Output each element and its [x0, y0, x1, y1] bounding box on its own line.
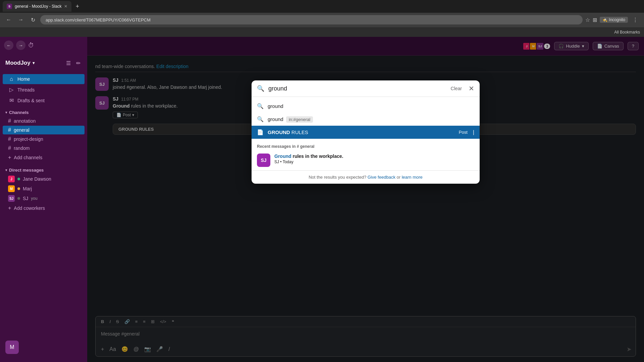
main-content: J M SJ 3 🎧 Huddle ▾ 📄 Canvas ? — [87, 37, 644, 362]
address-bar[interactable]: app.slack.com/client/T067MEBPPUY/C066VGT… — [40, 15, 583, 24]
filter-button[interactable]: ☰ — [65, 59, 72, 68]
incognito-icon: 🕵 — [602, 17, 607, 22]
close-tab-icon[interactable]: ✕ — [64, 4, 67, 9]
forward-arrow-button[interactable]: → — [16, 41, 25, 50]
suggestion-ground-in-general[interactable]: 🔍 ground in:#general — [252, 113, 480, 126]
cursor-indicator: | — [473, 129, 474, 135]
tab-title: general - MoodJoy - Slack — [15, 4, 61, 9]
search-result-1[interactable]: SJ Ground rules in the workplace. SJ • T… — [252, 150, 480, 170]
marj-avatar: M — [8, 185, 15, 192]
workspace-chevron-icon: ▾ — [33, 61, 35, 65]
compose-button[interactable]: ✏ — [75, 59, 82, 68]
or-text: or — [397, 175, 402, 180]
drafts-icon: ✉ — [8, 97, 15, 104]
sidebar-bottom: M — [0, 338, 87, 357]
incognito-label: Incognito — [609, 17, 625, 22]
bookmark-icon[interactable]: ☆ — [585, 17, 590, 23]
jane-name: Jane Dawson — [23, 176, 51, 182]
in-general-tag: in:#general — [286, 116, 313, 123]
channel-project-design-label: project-design — [14, 136, 43, 142]
channel-project-design[interactable]: # project-design — [3, 135, 85, 143]
search-input[interactable] — [268, 85, 444, 92]
sidebar-header-icons: ☰ ✏ — [65, 59, 82, 68]
sj-name: SJ — [23, 196, 28, 201]
search-footer: Not the results you expected? Give feedb… — [252, 170, 480, 184]
back-button[interactable]: ← — [4, 15, 13, 24]
search-overlay: 🔍 Clear ✕ 🔍 ground 🔍 ground in:#general — [252, 80, 480, 184]
sidebar-top-nav: ← → ⏱ — [0, 37, 87, 54]
suggestion-ground-rules-text: GROUND RULES — [268, 129, 308, 135]
slack-favicon: S — [7, 4, 12, 9]
result-date-1: Today — [283, 160, 293, 164]
sidebar-nav: ⌂ Home ▷ Threads ✉ Drafts & sent — [0, 72, 87, 107]
workspace-name[interactable]: MoodJoy ▾ — [5, 60, 35, 66]
dm-jane[interactable]: J Jane Dawson — [3, 174, 85, 184]
dm-arrow-icon: ▾ — [5, 168, 7, 172]
channels-section-header[interactable]: ▾ Channels — [0, 107, 87, 116]
jane-status-dot — [17, 178, 20, 180]
sidebar-item-home[interactable]: ⌂ Home — [3, 74, 85, 84]
user-avatar[interactable]: M — [5, 341, 19, 354]
sidebar-item-drafts[interactable]: ✉ Drafts & sent — [3, 95, 85, 106]
suggestion-ground-bold: GROUND — [268, 129, 290, 135]
bookmarks-label: All Bookmarks — [614, 30, 640, 35]
user-avatar-initials: M — [10, 344, 14, 350]
add-channels-item[interactable]: + Add channels — [3, 153, 85, 162]
learn-more-link[interactable]: learn more — [402, 175, 423, 180]
dm-section-header[interactable]: ▾ Direct messages — [0, 165, 87, 174]
channel-annotation-label: annotation — [14, 118, 36, 124]
hash-icon: # — [8, 118, 11, 124]
result-dot-1: • — [280, 160, 282, 164]
plus-icon: + — [8, 155, 11, 161]
drafts-label: Drafts & sent — [17, 98, 45, 103]
browser-chrome: S general - MoodJoy - Slack ✕ + ← → ↻ ap… — [0, 0, 644, 37]
post-type-label: Post — [459, 130, 468, 135]
marj-name: Marj — [23, 186, 32, 191]
sj-avatar: SJ — [8, 195, 15, 202]
channel-random-label: random — [14, 145, 30, 151]
refresh-button[interactable]: ↻ — [28, 15, 38, 24]
suggestion-text-2: ground in:#general — [268, 116, 313, 122]
workspace-name-text: MoodJoy — [5, 60, 31, 66]
app-container: ← → ⏱ MoodJoy ▾ ☰ ✏ ⌂ Home ▷ Threads — [0, 37, 644, 362]
threads-icon: ▷ — [8, 86, 15, 93]
suggestion-doc-icon: 📄 — [257, 129, 264, 135]
forward-button[interactable]: → — [16, 15, 25, 24]
suggestion-text-1: ground — [268, 103, 283, 109]
channel-general-label: general — [14, 127, 30, 133]
footer-text: Not the results you expected? — [309, 175, 366, 180]
channel-general[interactable]: # general — [3, 126, 85, 134]
suggestion-ground-rules[interactable]: 📄 GROUND RULES Post | — [252, 126, 480, 139]
search-suggestions: 🔍 ground 🔍 ground in:#general 📄 GROUND R… — [252, 97, 480, 141]
sidebar-item-threads[interactable]: ▷ Threads — [3, 84, 85, 95]
search-close-button[interactable]: ✕ — [469, 84, 474, 93]
add-channels-label: Add channels — [14, 155, 42, 160]
channel-annotation[interactable]: # annotation — [3, 117, 85, 125]
url-text: app.slack.com/client/T067MEBPPUY/C066VGT… — [46, 17, 151, 22]
menu-button[interactable]: ⋮ — [631, 15, 640, 24]
suggestion-ground[interactable]: 🔍 ground — [252, 100, 480, 113]
history-icon-button[interactable]: ⏱ — [28, 42, 34, 49]
dm-marj[interactable]: M Marj — [3, 184, 85, 193]
sidebar-header: MoodJoy ▾ ☰ ✏ — [0, 54, 87, 72]
browser-toolbar: ← → ↻ app.slack.com/client/T067MEBPPUY/C… — [0, 13, 644, 27]
dm-sj[interactable]: SJ SJ you — [3, 194, 85, 203]
extensions-icon[interactable]: ⊞ — [593, 17, 597, 23]
result-text-1: Ground rules in the workplace. — [274, 154, 474, 159]
threads-label: Threads — [17, 87, 35, 93]
profile-area[interactable]: 🕵 Incognito — [600, 17, 628, 23]
browser-tab-active[interactable]: S general - MoodJoy - Slack ✕ — [3, 1, 71, 12]
channel-random[interactable]: # random — [3, 144, 85, 153]
suggestion-search-icon-1: 🔍 — [257, 103, 264, 109]
new-tab-button[interactable]: + — [73, 2, 82, 11]
add-coworkers-item[interactable]: + Add coworkers — [3, 204, 85, 213]
search-header: 🔍 Clear ✕ — [252, 80, 480, 97]
back-arrow-button[interactable]: ← — [4, 41, 13, 50]
search-clear-button[interactable]: Clear — [448, 84, 465, 93]
add-coworkers-label: Add coworkers — [14, 205, 45, 211]
result-meta-1: SJ • Today — [274, 160, 474, 164]
result-content-1: Ground rules in the workplace. SJ • Toda… — [274, 154, 474, 164]
give-feedback-link[interactable]: Give feedback — [368, 175, 395, 180]
home-icon: ⌂ — [8, 76, 15, 82]
jane-avatar: J — [8, 176, 15, 182]
